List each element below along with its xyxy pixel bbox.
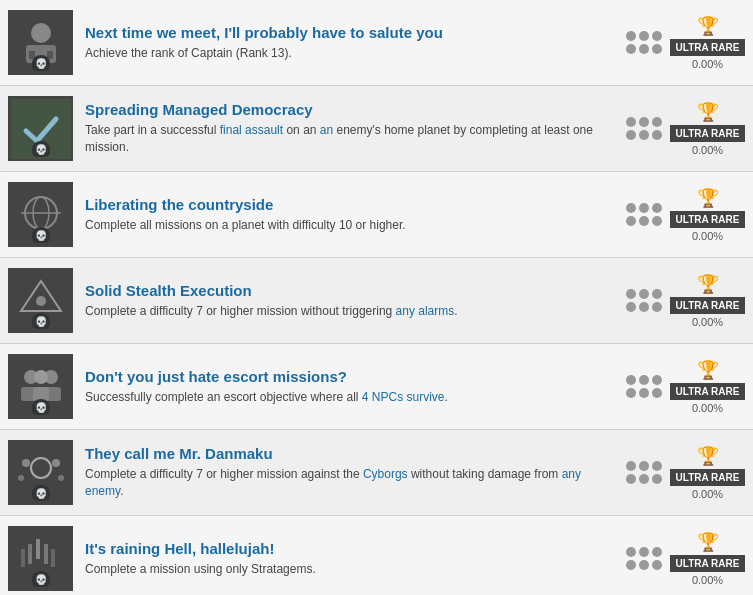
dot	[626, 388, 636, 398]
svg-point-28	[18, 475, 24, 481]
dot	[652, 203, 662, 213]
ultra-rare-badge: ULTRA RARE	[670, 469, 745, 486]
svg-point-27	[52, 459, 60, 467]
achievement-row: 💀 Liberating the countryside Complete al…	[0, 172, 753, 258]
dot	[652, 388, 662, 398]
svg-rect-36	[51, 549, 55, 567]
dots-grid	[626, 289, 662, 312]
svg-point-1	[31, 23, 51, 43]
ultra-rare-badge: ULTRA RARE	[670, 125, 745, 142]
skull-badge: 💀	[32, 227, 50, 243]
achievement-title: They call me Mr. Danmaku	[85, 445, 616, 462]
dot	[626, 44, 636, 54]
dot	[652, 461, 662, 471]
trophy-icon: 🏆	[697, 445, 719, 467]
dot	[626, 474, 636, 484]
achievement-title: Spreading Managed Democracy	[85, 101, 616, 118]
achievement-icon: 💀	[8, 440, 73, 505]
dots-grid	[626, 375, 662, 398]
svg-rect-34	[44, 544, 48, 564]
achievement-row: 💀 It's raining Hell, hallelujah! Complet…	[0, 516, 753, 595]
svg-point-26	[22, 459, 30, 467]
achievement-row: 💀 They call me Mr. Danmaku Complete a di…	[0, 430, 753, 516]
dot	[626, 117, 636, 127]
achievement-desc: Complete a difficulty 7 or higher missio…	[85, 303, 616, 320]
dot	[639, 203, 649, 213]
dot	[639, 216, 649, 226]
ultra-rare-badge: ULTRA RARE	[670, 39, 745, 56]
dots-grid	[626, 203, 662, 226]
achievement-icon: 💀	[8, 268, 73, 333]
svg-rect-33	[28, 544, 32, 564]
achievement-row: 💀 Next time we meet, I'll probably have …	[0, 0, 753, 86]
achievement-text: Don't you just hate escort missions? Suc…	[85, 368, 626, 406]
dot	[626, 461, 636, 471]
achievement-title: Next time we meet, I'll probably have to…	[85, 24, 616, 41]
achievement-row: 💀 Don't you just hate escort missions? S…	[0, 344, 753, 430]
dot	[652, 474, 662, 484]
dot	[652, 302, 662, 312]
achievement-desc: Complete a mission using only Stratagems…	[85, 561, 616, 578]
achievement-right-side: 🏆 ULTRA RARE 0.00%	[626, 359, 745, 414]
svg-point-19	[34, 370, 48, 384]
dot	[639, 289, 649, 299]
achievement-title: Don't you just hate escort missions?	[85, 368, 616, 385]
achievement-text: Spreading Managed Democracy Take part in…	[85, 101, 626, 156]
achievement-icon: 💀	[8, 182, 73, 247]
dot	[639, 461, 649, 471]
achievement-text: Next time we meet, I'll probably have to…	[85, 24, 626, 62]
dot	[626, 203, 636, 213]
ultra-rare-badge: ULTRA RARE	[670, 383, 745, 400]
dot	[639, 44, 649, 54]
dot	[626, 375, 636, 385]
achievement-desc: Complete all missions on a planet with d…	[85, 217, 616, 234]
dots-grid	[626, 461, 662, 484]
dot	[626, 547, 636, 557]
rarity-percent: 0.00%	[692, 402, 723, 414]
svg-rect-35	[21, 549, 25, 567]
achievement-title: Solid Stealth Execution	[85, 282, 616, 299]
dot	[652, 375, 662, 385]
dot	[626, 130, 636, 140]
achievement-right-side: 🏆 ULTRA RARE 0.00%	[626, 531, 745, 586]
dot	[639, 375, 649, 385]
dot	[626, 560, 636, 570]
achievement-icon: 💀	[8, 354, 73, 419]
skull-badge: 💀	[32, 55, 50, 71]
achievement-list: 💀 Next time we meet, I'll probably have …	[0, 0, 753, 595]
skull-badge: 💀	[32, 141, 50, 157]
skull-badge: 💀	[32, 571, 50, 587]
achievement-row: 💀 Solid Stealth Execution Complete a dif…	[0, 258, 753, 344]
trophy-icon: 🏆	[697, 273, 719, 295]
dot	[652, 547, 662, 557]
dot	[652, 44, 662, 54]
achievement-right-side: 🏆 ULTRA RARE 0.00%	[626, 273, 745, 328]
dot	[639, 474, 649, 484]
rarity-percent: 0.00%	[692, 230, 723, 242]
ultra-rare-badge: ULTRA RARE	[670, 555, 745, 572]
dot	[639, 130, 649, 140]
trophy-icon: 🏆	[697, 101, 719, 123]
dot	[639, 117, 649, 127]
dot	[639, 388, 649, 398]
skull-badge: 💀	[32, 399, 50, 415]
ultra-rare-badge: ULTRA RARE	[670, 211, 745, 228]
dot	[652, 31, 662, 41]
dot	[626, 31, 636, 41]
trophy-icon: 🏆	[697, 15, 719, 37]
skull-badge: 💀	[32, 485, 50, 501]
rarity-percent: 0.00%	[692, 58, 723, 70]
achievement-icon: 💀	[8, 96, 73, 161]
achievement-right-side: 🏆 ULTRA RARE 0.00%	[626, 101, 745, 156]
dot	[626, 302, 636, 312]
achievement-title: Liberating the countryside	[85, 196, 616, 213]
dots-grid	[626, 547, 662, 570]
achievement-title: It's raining Hell, hallelujah!	[85, 540, 616, 557]
achievement-desc: Successfully complete an escort objectiv…	[85, 389, 616, 406]
svg-rect-32	[36, 539, 40, 559]
skull-badge: 💀	[32, 313, 50, 329]
rarity-percent: 0.00%	[692, 144, 723, 156]
rarity-percent: 0.00%	[692, 488, 723, 500]
achievement-icon: 💀	[8, 10, 73, 75]
achievement-text: They call me Mr. Danmaku Complete a diff…	[85, 445, 626, 500]
